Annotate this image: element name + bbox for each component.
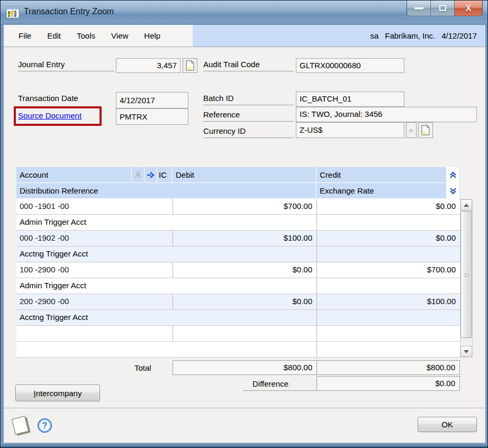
status-company: Fabrikam, Inc.	[385, 31, 435, 40]
currency-id-label: Currency ID	[203, 125, 294, 138]
cell-credit: $700.00	[317, 262, 460, 278]
account-alias-button[interactable]: A	[132, 167, 144, 183]
audit-trail-code-field[interactable]: GLTRX00000680	[296, 58, 404, 73]
status-area: sa Fabrikam, Inc. 4/12/2017	[193, 25, 485, 47]
cell-exchange-rate	[317, 310, 460, 325]
header-credit: Credit	[317, 167, 447, 183]
grid-row-account[interactable]: 000 -1901 -00 $700.00 $0.00	[16, 199, 460, 215]
menu-view[interactable]: View	[103, 25, 136, 47]
close-button[interactable]: X	[455, 1, 482, 16]
batch-id-field[interactable]: IC_BATCH_01	[296, 92, 404, 107]
total-credit-value: $800.00	[317, 360, 460, 375]
grid-row-distribution[interactable]	[16, 342, 460, 358]
ok-button-label: OK	[441, 420, 453, 429]
note-icon	[421, 125, 430, 135]
status-user: sa	[370, 31, 378, 40]
window-title: Transaction Entry Zoom	[24, 7, 114, 16]
journal-entry-field[interactable]: 3,457	[116, 58, 180, 73]
currency-note-button[interactable]	[418, 122, 433, 138]
cell-exchange-rate	[317, 246, 460, 262]
account-expand-button[interactable]	[144, 167, 157, 183]
scroll-up-button[interactable]	[460, 199, 472, 211]
menu-edit[interactable]: Edit	[39, 25, 69, 47]
ok-button[interactable]: OK	[418, 417, 477, 432]
header-account: Account	[16, 167, 132, 183]
scroll-down-button[interactable]	[460, 346, 472, 357]
grid-row-account[interactable]: 000 -1902 -00 $100.00 $0.00	[16, 231, 460, 246]
grid-row-distribution[interactable]: Admin Trigger Acct	[16, 278, 460, 294]
minimize-icon	[414, 7, 423, 10]
grid-row-account[interactable]	[16, 326, 460, 342]
grid-row-distribution[interactable]: Acctng Trigger Acct	[16, 246, 460, 262]
menu-file[interactable]: File	[11, 25, 39, 47]
header-debit: Debit	[173, 167, 317, 183]
currency-expand-button[interactable]: ÷	[406, 122, 417, 138]
cell-debit: $0.00	[173, 294, 317, 309]
scrollbar-thumb[interactable]	[460, 211, 472, 338]
cell-distribution-reference: Admin Trigger Acct	[16, 278, 317, 294]
difference-underline	[243, 377, 317, 391]
grid-row-distribution[interactable]: Acctng Trigger Acct	[16, 310, 460, 326]
reference-field[interactable]: IS: TWO, Journal: 3456	[296, 107, 477, 122]
cell-credit	[317, 326, 460, 341]
grid-header-row-1: Account A IC Debit Credit	[16, 167, 460, 183]
intercompany-button[interactable]: Intercompany	[15, 385, 100, 401]
app-icon	[6, 6, 20, 19]
window-bottom-frame	[1, 443, 487, 447]
audit-trail-code-label: Audit Trail Code	[203, 59, 294, 71]
transaction-date-field[interactable]: 4/12/2017	[116, 92, 188, 108]
cell-debit: $0.00	[173, 262, 317, 278]
alias-icon: A	[135, 167, 141, 182]
menu-help[interactable]: Help	[136, 25, 168, 47]
note-icon	[186, 60, 194, 71]
cell-account: 100 -2900 -00	[16, 262, 173, 278]
grid-row-account[interactable]: 200 -2900 -00 $0.00 $100.00	[16, 294, 460, 310]
note-attach-button[interactable]	[12, 416, 29, 434]
cell-account: 000 -1902 -00	[16, 231, 173, 246]
double-chevron-up-icon	[449, 171, 457, 179]
journal-entry-note-button[interactable]	[183, 58, 197, 73]
cell-account: 000 -1901 -00	[16, 199, 173, 214]
grid-row-account[interactable]: 100 -2900 -00 $0.00 $700.00	[16, 262, 460, 278]
cell-distribution-reference: Admin Trigger Acct	[16, 215, 317, 230]
journal-entry-label: Journal Entry	[18, 59, 114, 71]
grid-scrollbar[interactable]	[460, 199, 473, 358]
help-icon: ?	[42, 422, 48, 430]
total-debit-value: $800.00	[173, 360, 317, 375]
header-ic: IC	[157, 167, 173, 183]
grid-header-row-2: Distribution Reference Exchange Rate	[16, 183, 460, 199]
menubar: File Edit Tools View Help sa Fabrikam, I…	[4, 25, 485, 47]
status-date: 4/12/2017	[441, 31, 477, 40]
minimize-button[interactable]	[407, 1, 431, 16]
batch-id-label: Batch ID	[203, 93, 294, 105]
help-button[interactable]: ?	[38, 418, 52, 433]
menu-tools[interactable]: Tools	[69, 25, 103, 47]
close-icon: X	[466, 4, 472, 13]
intercompany-button-label: Intercompany	[34, 389, 82, 398]
footer-divider	[4, 408, 485, 409]
grid-row-distribution[interactable]: Admin Trigger Acct	[16, 215, 460, 231]
cell-distribution-reference	[16, 342, 317, 357]
thumb-grip	[464, 276, 469, 277]
cell-distribution-reference: Acctng Trigger Acct	[16, 310, 317, 325]
cell-exchange-rate	[317, 342, 460, 357]
distribution-grid: Account A IC Debit Credit	[16, 167, 460, 358]
source-document-field[interactable]: PMTRX	[116, 108, 188, 125]
blue-arrow-icon	[147, 172, 155, 178]
collapse-rows-button[interactable]	[447, 167, 460, 183]
arrow-up-icon	[464, 204, 469, 207]
expand-rows-button[interactable]	[447, 183, 460, 199]
red-highlight-annotation	[14, 106, 102, 126]
cell-distribution-reference: Acctng Trigger Acct	[16, 246, 317, 262]
maximize-button[interactable]	[431, 1, 455, 16]
header-distribution-reference: Distribution Reference	[16, 183, 317, 199]
cell-exchange-rate	[317, 215, 460, 230]
client-area: Journal Entry 3,457 Transaction Date 4/1…	[4, 47, 485, 443]
thumb-grip	[464, 275, 469, 275]
currency-id-field[interactable]: Z-US$	[296, 122, 404, 138]
difference-value: $0.00	[317, 376, 460, 391]
cell-debit: $100.00	[173, 231, 317, 246]
maximize-icon	[439, 5, 446, 11]
titlebar: Transaction Entry Zoom X	[1, 1, 487, 24]
reference-label: Reference	[203, 109, 294, 122]
